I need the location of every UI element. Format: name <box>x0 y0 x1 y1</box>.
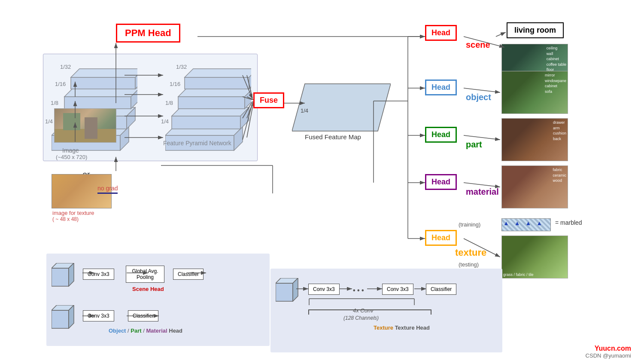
fpn-background <box>43 54 258 161</box>
no-grad-label: no grad <box>97 185 118 194</box>
texture-thumbnail: grass / fabric / tile <box>501 236 568 278</box>
bottom-right-area: Conv 3x3 • • • Conv 3x3 Classifier 4x Co… <box>270 269 502 352</box>
bracket-right <box>431 309 431 315</box>
marbled-triangles: ▲ ▲ ▲ ▲ <box>503 220 544 226</box>
texture-input-shape <box>276 278 304 302</box>
texture-head-sublabel: 4x Conv <box>353 307 374 314</box>
head-object-box: Head <box>425 80 457 95</box>
texture-conv2-box: Conv 3x3 <box>382 284 413 295</box>
texture-sublabel: texture <box>455 247 486 258</box>
scene-sublabel: scene <box>466 40 490 50</box>
fused-feature-label: Fused Feature Map <box>305 133 361 141</box>
object-thumbnail: mirrorwindowpanecabinetsofa <box>501 71 568 114</box>
texture-head-label: Texture Texture Head <box>374 324 430 331</box>
classifier1-box: Classifier <box>173 269 204 280</box>
bracket-left <box>308 309 309 315</box>
fuse-box: Fuse <box>253 92 284 108</box>
texture-size-label: ( ~ 48 x 48) <box>52 216 79 222</box>
svg-line-33 <box>464 183 500 187</box>
channels-label: (128 Channels) <box>343 315 379 321</box>
bracket-line <box>308 309 431 310</box>
head-texture-box: Head <box>425 230 457 246</box>
dots-label: • • • <box>353 287 364 294</box>
part-thumbnail: drawerarmcushionback <box>501 118 568 161</box>
svg-rect-79 <box>52 310 69 328</box>
testing-label: (testing) <box>459 261 479 268</box>
obj-input-shape <box>52 305 79 329</box>
material-sublabel: material <box>466 187 499 197</box>
material-thumbnail: fabricceramicwood <box>501 165 568 208</box>
scene-input-shape <box>52 263 79 287</box>
watermark2: CSDN @yumaomi <box>586 352 631 359</box>
marbled-label: = marbled <box>555 219 582 226</box>
diagram-container: PPM Head 1/32 1/16 1/8 <box>0 0 644 361</box>
bottom-left-area: Conv 3x3 Global Avg. Pooling Classifier … <box>46 254 270 346</box>
svg-rect-82 <box>276 283 293 301</box>
obj-conv-box: Conv 3x3 <box>83 310 114 321</box>
texture-classifier-box: Classifier <box>426 284 456 295</box>
scene-head-sublabel: Scene Head <box>132 286 164 292</box>
fused-scale-label: 1/4 <box>301 107 308 114</box>
training-label: (training) <box>459 221 480 228</box>
scene-conv-box: Conv 3x3 <box>83 269 114 280</box>
head-scene-box: Head <box>425 25 457 41</box>
ppm-head-label: PPM Head <box>125 28 171 38</box>
global-avg-box: Global Avg. Pooling <box>126 266 164 283</box>
obj-head-sublabel: Object / Part / Material Head <box>109 327 182 334</box>
texture-conv1-box: Conv 3x3 <box>308 284 340 295</box>
head-material-box: Head <box>425 174 457 190</box>
svg-rect-76 <box>52 268 69 286</box>
texture-img-label: image for texture <box>52 210 94 216</box>
classifier2-box: Classifier <box>128 310 158 321</box>
svg-line-35 <box>496 32 506 37</box>
head-part-box: Head <box>425 127 457 143</box>
ppm-head-box: PPM Head <box>116 24 180 43</box>
svg-line-31 <box>464 88 500 92</box>
living-room-box: living room <box>507 22 564 38</box>
object-sublabel: object <box>466 92 491 102</box>
watermark: Yuucn.com <box>595 345 631 352</box>
svg-line-32 <box>464 135 500 140</box>
part-sublabel: part <box>466 140 482 150</box>
